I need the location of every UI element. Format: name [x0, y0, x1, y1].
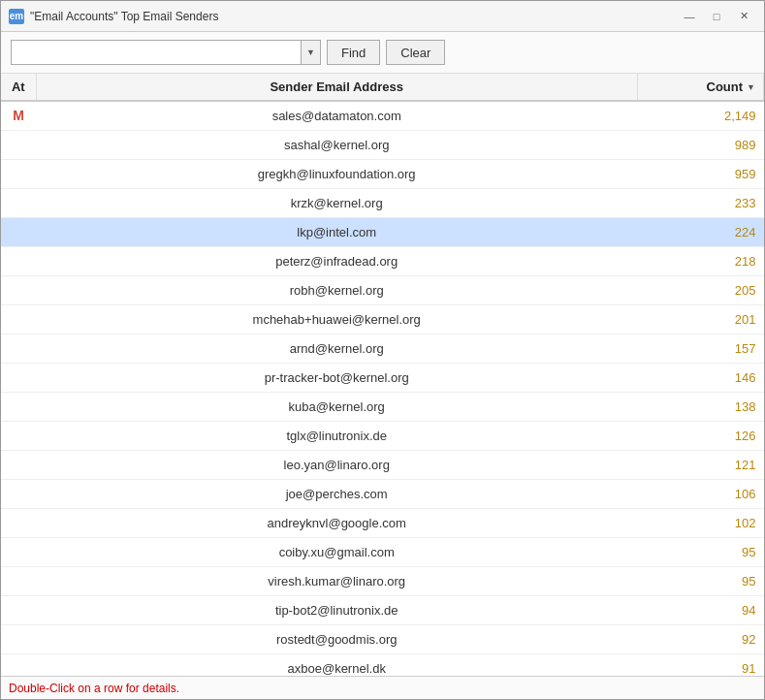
row-email: sales@datamaton.com	[36, 101, 637, 130]
search-combo[interactable]: ▼	[11, 40, 321, 65]
row-count: 102	[637, 508, 763, 537]
row-count: 2,149	[637, 101, 763, 130]
table-row[interactable]: axboe@kernel.dk91	[1, 653, 764, 676]
column-header-at: At	[1, 74, 36, 101]
window-title: "Email Accounts" Top Email Senders	[30, 10, 677, 23]
window-controls: — □ ✕	[677, 7, 756, 26]
row-icon-cell: M	[1, 101, 36, 130]
table-row[interactable]: tglx@linutronix.de126	[1, 421, 764, 450]
clear-button[interactable]: Clear	[386, 40, 445, 65]
row-email: krzk@kernel.org	[36, 188, 637, 217]
row-icon-cell	[1, 392, 36, 421]
row-icon-cell	[1, 363, 36, 392]
table-row[interactable]: leo.yan@linaro.org121	[1, 450, 764, 479]
table-row[interactable]: viresh.kumar@linaro.org95	[1, 566, 764, 595]
table-row[interactable]: rostedt@goodmis.org92	[1, 624, 764, 653]
row-email: mchehab+huawei@kernel.org	[36, 304, 637, 334]
row-icon-cell	[1, 304, 36, 334]
row-email: leo.yan@linaro.org	[36, 450, 637, 479]
row-count: 157	[637, 334, 763, 363]
row-count: 233	[637, 188, 763, 217]
row-icon-cell	[1, 217, 36, 246]
row-icon-cell	[1, 566, 36, 595]
table-row[interactable]: krzk@kernel.org233	[1, 188, 764, 217]
table-row[interactable]: pr-tracker-bot@kernel.org146	[1, 363, 764, 392]
row-count: 989	[637, 130, 763, 159]
table-row[interactable]: kuba@kernel.org138	[1, 392, 764, 421]
row-email: andreyknvl@google.com	[36, 508, 637, 537]
row-icon-cell	[1, 130, 36, 159]
table-row[interactable]: sashal@kernel.org989	[1, 130, 764, 159]
find-button[interactable]: Find	[327, 40, 380, 65]
row-icon-cell	[1, 653, 36, 676]
table-container[interactable]: At Sender Email Address Count ▼ Msales@d…	[1, 74, 764, 676]
row-count: 959	[637, 159, 763, 188]
row-icon-cell	[1, 479, 36, 508]
row-count: 205	[637, 275, 763, 304]
table-row[interactable]: mchehab+huawei@kernel.org201	[1, 304, 764, 334]
table-row[interactable]: arnd@kernel.org157	[1, 334, 764, 363]
status-bar: Double-Click on a row for details.	[1, 676, 764, 699]
gmail-icon: M	[11, 108, 26, 123]
table-row[interactable]: peterz@infradead.org218	[1, 246, 764, 275]
dropdown-arrow-icon[interactable]: ▼	[301, 41, 320, 64]
row-email: viresh.kumar@linaro.org	[36, 566, 637, 595]
close-button[interactable]: ✕	[731, 7, 756, 26]
row-email: coiby.xu@gmail.com	[36, 537, 637, 566]
row-icon-cell	[1, 159, 36, 188]
search-input[interactable]	[12, 41, 301, 64]
row-email: joe@perches.com	[36, 479, 637, 508]
row-count: 121	[637, 450, 763, 479]
table-row[interactable]: tip-bot2@linutronix.de94	[1, 595, 764, 624]
row-icon-cell	[1, 334, 36, 363]
toolbar: ▼ Find Clear	[1, 32, 764, 74]
row-count: 94	[637, 595, 763, 624]
row-icon-cell	[1, 275, 36, 304]
row-email: lkp@intel.com	[36, 217, 637, 246]
column-header-count[interactable]: Count ▼	[637, 74, 763, 101]
row-count: 138	[637, 392, 763, 421]
main-window: em "Email Accounts" Top Email Senders — …	[0, 0, 765, 700]
row-email: peterz@infradead.org	[36, 246, 637, 275]
maximize-button[interactable]: □	[704, 7, 729, 26]
row-count: 91	[637, 653, 763, 676]
row-count: 92	[637, 624, 763, 653]
table-row[interactable]: robh@kernel.org205	[1, 275, 764, 304]
row-icon-cell	[1, 537, 36, 566]
row-email: tip-bot2@linutronix.de	[36, 595, 637, 624]
row-email: rostedt@goodmis.org	[36, 624, 637, 653]
row-email: tglx@linutronix.de	[36, 421, 637, 450]
row-count: 218	[637, 246, 763, 275]
row-icon-cell	[1, 450, 36, 479]
status-text: Double-Click on a row for details.	[9, 682, 179, 695]
table-row[interactable]: Msales@datamaton.com2,149	[1, 101, 764, 130]
row-email: gregkh@linuxfoundation.org	[36, 159, 637, 188]
row-email: arnd@kernel.org	[36, 334, 637, 363]
title-bar: em "Email Accounts" Top Email Senders — …	[1, 1, 764, 32]
table-row[interactable]: coiby.xu@gmail.com95	[1, 537, 764, 566]
table-row[interactable]: joe@perches.com106	[1, 479, 764, 508]
row-icon-cell	[1, 246, 36, 275]
row-count: 146	[637, 363, 763, 392]
row-email: kuba@kernel.org	[36, 392, 637, 421]
row-count: 201	[637, 304, 763, 334]
sort-arrow-icon: ▼	[747, 82, 755, 92]
row-icon-cell	[1, 624, 36, 653]
column-header-email: Sender Email Address	[36, 74, 637, 101]
table-row[interactable]: lkp@intel.com224	[1, 217, 764, 246]
row-count: 106	[637, 479, 763, 508]
row-icon-cell	[1, 595, 36, 624]
table-row[interactable]: andreyknvl@google.com102	[1, 508, 764, 537]
minimize-button[interactable]: —	[677, 7, 702, 26]
email-table: At Sender Email Address Count ▼ Msales@d…	[1, 74, 764, 676]
table-row[interactable]: gregkh@linuxfoundation.org959	[1, 159, 764, 188]
row-count: 126	[637, 421, 763, 450]
row-email: axboe@kernel.dk	[36, 653, 637, 676]
row-icon-cell	[1, 188, 36, 217]
row-email: robh@kernel.org	[36, 275, 637, 304]
row-email: pr-tracker-bot@kernel.org	[36, 363, 637, 392]
row-icon-cell	[1, 508, 36, 537]
row-count: 224	[637, 217, 763, 246]
row-icon-cell	[1, 421, 36, 450]
row-count: 95	[637, 537, 763, 566]
